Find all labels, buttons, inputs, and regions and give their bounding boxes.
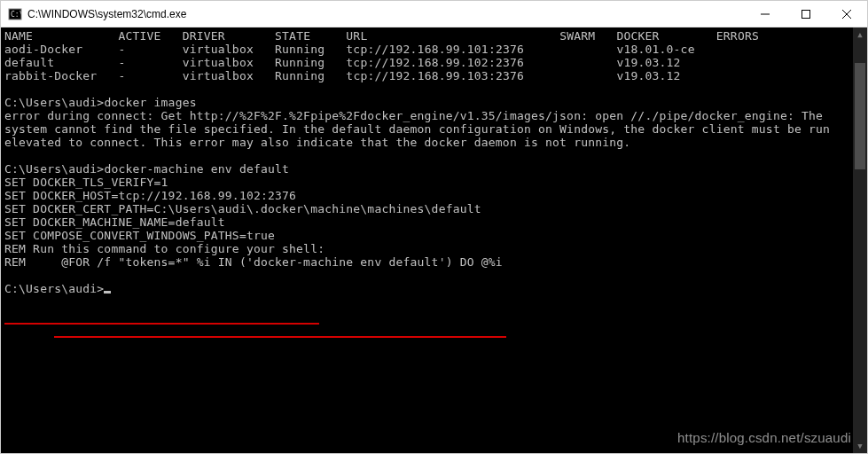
highlight-underline <box>4 323 319 325</box>
svg-text:C:\: C:\ <box>11 11 22 19</box>
cmd-icon: C:\ <box>8 7 22 21</box>
error-output: error during connect: Get http://%2F%2F.… <box>4 109 847 149</box>
window-titlebar: C:\ C:\WINDOWS\system32\cmd.exe <box>1 1 867 27</box>
scroll-up-arrow[interactable]: ▲ <box>853 27 867 42</box>
env-output: SET DOCKER_TLS_VERIFY=1 <box>4 176 168 189</box>
env-output: SET DOCKER_MACHINE_NAME=default <box>4 215 225 229</box>
watermark: https://blog.csdn.net/szuaudi <box>677 431 851 444</box>
window-controls <box>745 1 867 27</box>
prompt-line: C:\Users\audi>docker-machine env default <box>4 162 289 176</box>
table-header: NAME ACTIVE DRIVER STATE URL SWARM DOCKE… <box>4 29 759 43</box>
env-output: SET DOCKER_CERT_PATH=C:\Users\audi\.dock… <box>4 202 481 215</box>
terminal[interactable]: NAME ACTIVE DRIVER STATE URL SWARM DOCKE… <box>1 27 867 453</box>
env-output: SET COMPOSE_CONVERT_WINDOWS_PATHS=true <box>4 229 275 242</box>
scroll-down-arrow[interactable]: ▼ <box>853 439 867 453</box>
prompt-line: C:\Users\audi> <box>4 282 104 295</box>
table-row: aodi-Docker - virtualbox Running tcp://1… <box>4 43 695 56</box>
close-button[interactable] <box>826 1 867 27</box>
cursor <box>104 291 111 294</box>
window-title: C:\WINDOWS\system32\cmd.exe <box>27 8 745 20</box>
highlight-underline <box>54 336 506 338</box>
rem-line: REM Run this command to configure your s… <box>4 242 325 255</box>
svg-rect-3 <box>802 10 810 18</box>
env-output: SET DOCKER_HOST=tcp://192.168.99.102:237… <box>4 189 296 202</box>
scrollbar[interactable]: ▲ ▼ <box>853 27 867 453</box>
scroll-thumb[interactable] <box>855 63 865 169</box>
table-row: default - virtualbox Running tcp://192.1… <box>4 56 681 69</box>
maximize-button[interactable] <box>786 1 826 27</box>
minimize-button[interactable] <box>745 1 786 27</box>
prompt-line: C:\Users\audi>docker images <box>4 96 197 109</box>
table-row: rabbit-Docker - virtualbox Running tcp:/… <box>4 69 681 82</box>
rem-line: REM @FOR /f "tokens=*" %i IN ('docker-ma… <box>4 255 503 269</box>
